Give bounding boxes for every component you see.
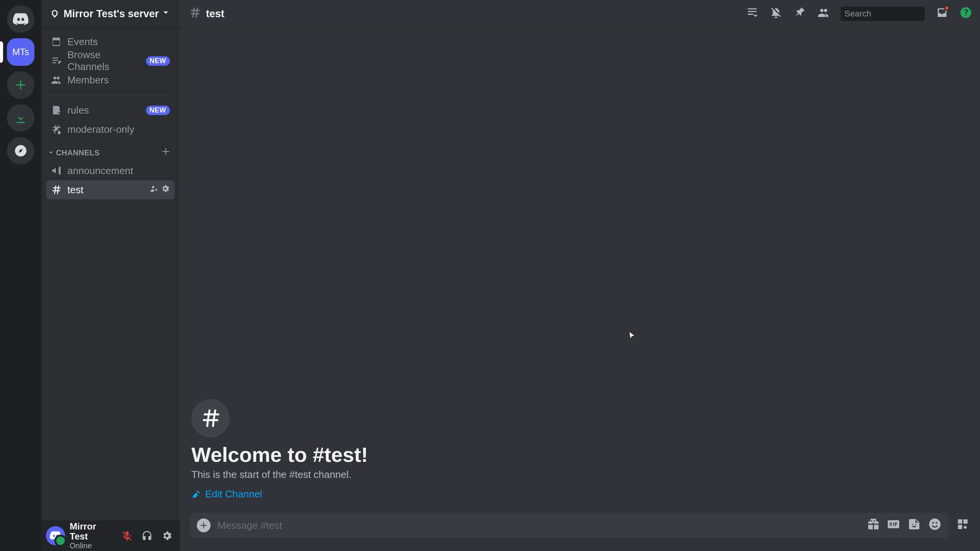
apps-icon [956, 517, 970, 531]
gif-icon [887, 517, 900, 531]
server-menu-chevron [161, 8, 171, 20]
inbox-unread-dot [944, 5, 949, 11]
user-avatar[interactable] [46, 526, 65, 545]
gear-icon [161, 184, 170, 193]
channel-label: test [67, 184, 83, 196]
plus-icon [199, 521, 208, 530]
user-name: Mirror Test [70, 522, 113, 542]
server-header[interactable]: Mirror Test's server [41, 0, 180, 28]
guild-explore[interactable] [7, 137, 34, 165]
main-area: test [180, 0, 980, 551]
guild-add-server[interactable] [7, 71, 34, 99]
gear-icon [161, 530, 173, 541]
welcome-block: Welcome to #test! This is the start of t… [191, 399, 969, 502]
hash-lock-icon [51, 124, 62, 135]
rules-icon [51, 104, 62, 116]
message-input[interactable] [217, 520, 859, 531]
sidebar-members[interactable]: Members [46, 70, 175, 90]
threads-icon [746, 6, 759, 19]
browse-label: Browse Channels [67, 49, 135, 73]
welcome-hash-badge [191, 399, 230, 437]
plus-icon [161, 147, 171, 156]
channel-rules[interactable]: rules NEW [46, 101, 175, 120]
user-info[interactable]: Mirror Test Online [70, 522, 113, 550]
bell-off-icon [769, 6, 782, 19]
headset-icon [141, 530, 153, 541]
message-composer[interactable] [190, 513, 949, 538]
sidebar-divider [48, 95, 172, 95]
chevron-down-icon [47, 149, 54, 156]
user-settings-button[interactable] [158, 527, 176, 545]
new-badge: NEW [146, 106, 170, 115]
megaphone-icon [51, 165, 62, 176]
browse-icon [51, 55, 62, 67]
members-icon [817, 6, 830, 19]
moderator-label: moderator-only [67, 124, 134, 135]
members-label: Members [67, 74, 109, 86]
pinned-button[interactable] [793, 6, 806, 21]
sticker-icon [907, 517, 921, 531]
channel-header: test [180, 0, 980, 28]
guild-selected[interactable]: MTs [7, 38, 34, 66]
guild-rail: MTs [0, 0, 41, 551]
new-badge: NEW [146, 56, 170, 66]
composer-row [180, 513, 980, 551]
calendar-icon [51, 36, 62, 47]
help-button[interactable] [959, 6, 972, 21]
pencil-icon [191, 489, 201, 499]
notifications-button[interactable] [769, 6, 782, 21]
edit-channel-link[interactable]: Edit Channel [191, 488, 262, 500]
edit-channel-label: Edit Channel [205, 488, 262, 500]
mouse-cursor [627, 329, 637, 343]
help-icon [959, 6, 972, 19]
sticker-button[interactable] [907, 517, 921, 533]
hash-icon [51, 184, 62, 196]
user-panel: Mirror Test Online [41, 520, 180, 551]
welcome-title: Welcome to #test! [191, 443, 969, 466]
plus-icon [14, 78, 28, 92]
gift-icon [866, 517, 880, 531]
deafen-button[interactable] [138, 527, 156, 545]
channel-announcement[interactable]: announcement [46, 161, 175, 180]
sidebar-events[interactable]: Events [46, 32, 175, 51]
gif-button[interactable] [887, 517, 900, 533]
gift-button[interactable] [866, 517, 880, 533]
guild-download-apps[interactable] [7, 104, 34, 132]
channel-title: test [206, 8, 224, 20]
category-channels[interactable]: CHANNELS [46, 139, 175, 161]
discord-icon [12, 11, 29, 28]
emoji-button[interactable] [928, 517, 942, 533]
search-input[interactable] [844, 9, 950, 19]
sidebar-browse-channels[interactable]: Browse Channels NEW [46, 51, 175, 70]
cursor-icon [627, 329, 637, 341]
chat-messages: Welcome to #test! This is the start of t… [180, 28, 980, 513]
invite-button[interactable] [149, 184, 158, 196]
welcome-subtitle: This is the start of the #test channel. [191, 469, 969, 481]
boost-icon [50, 9, 60, 19]
channel-label: announcement [67, 165, 133, 177]
channel-test[interactable]: test [46, 180, 175, 199]
emoji-icon [928, 517, 942, 531]
channel-settings-button[interactable] [161, 184, 170, 196]
mic-off-icon [121, 530, 133, 541]
member-list-button[interactable] [817, 6, 830, 21]
create-channel-button[interactable] [161, 147, 171, 159]
server-name: Mirror Test's server [64, 8, 159, 20]
pin-icon [793, 6, 806, 19]
hash-icon [188, 6, 201, 21]
download-icon [14, 111, 28, 125]
search-box[interactable] [841, 7, 925, 21]
channel-moderator-only[interactable]: moderator-only [46, 120, 175, 139]
category-label: CHANNELS [56, 148, 100, 157]
mute-button[interactable] [118, 527, 136, 545]
chevron-down-icon [161, 8, 171, 18]
guild-dm-home[interactable] [7, 5, 34, 33]
events-label: Events [67, 36, 98, 48]
rules-label: rules [67, 104, 89, 116]
threads-button[interactable] [746, 6, 759, 21]
invite-icon [149, 184, 158, 193]
attach-button[interactable] [197, 518, 211, 532]
discord-icon [49, 530, 62, 542]
inbox-button[interactable] [936, 6, 949, 21]
apps-button[interactable] [956, 517, 970, 534]
